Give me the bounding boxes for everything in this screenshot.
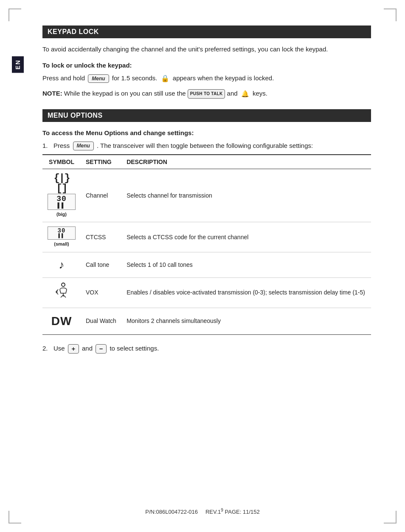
plus-button[interactable]: + [68,344,79,354]
symbol-ctcss-label: (small) [48,241,76,248]
note-content: While the keypad is on you can still use… [64,90,186,97]
minus-button[interactable]: − [96,344,107,354]
setting-channel: Channel [81,169,121,222]
table-row: DW Dual Watch Monitors 2 channels simult… [42,308,371,334]
table-header-symbol: SYMBOL [42,155,81,169]
symbol-vox [42,277,81,308]
rev-label: REV.1 [205,509,221,515]
vox-icon [54,282,69,301]
step-1-content: Press Menu . The transceiver will then t… [53,141,371,151]
step1-prefix: Press [53,142,70,149]
note-keys: keys. [253,90,267,97]
lock-icon: 🔒 [161,73,169,84]
push-to-talk-button: PUSH TO TALK [188,89,225,99]
menu-options-subtitle: To access the Menu Options and change se… [42,128,371,138]
symbol-dw: DW [42,308,81,334]
keypad-lock-intro: To avoid accidentally changing the chann… [42,44,371,54]
symbol-channel-label: (big) [48,211,76,218]
step2-and: and [82,345,93,352]
description-call-tone: Selects 1 of 10 call tones [121,252,371,277]
page-number: PAGE: 11/152 [225,509,260,515]
svg-point-0 [62,283,65,286]
symbol-call-tone: ♪ [42,252,81,277]
dw-icon: DW [48,312,76,330]
press-hold-prefix: Press and hold [42,74,85,82]
table-row: {|}[] 3​0 ▌▌ (big) Channel Selects chann… [42,169,371,222]
settings-table: SYMBOL SETTING DESCRIPTION {|}[] 3​0 [42,154,371,335]
table-header-setting: SETTING [81,155,121,169]
step-1-number: 1. [42,141,53,151]
press-hold-suffix: appears when the keypad is locked. [173,74,274,82]
step-2-number: 2. [42,343,53,354]
step-2-content: Use + and − to select settings. [53,343,371,354]
setting-call-tone: Call tone [81,252,121,277]
press-hold-middle: for 1.5 seconds. [112,74,158,82]
step1-suffix: . The transceiver will then toggle betwe… [97,142,313,149]
step2-suffix: to select settings. [110,345,159,352]
menu-options-header: MENU OPTIONS [42,109,371,122]
setting-dual-watch: Dual Watch [81,308,121,334]
keypad-lock-title: KEYPAD LOCK [48,28,99,35]
symbol-ctcss: 3​0 ▌▌ (small) [42,222,81,252]
lock-unlock-label: To lock or unlock the keypad: [42,60,371,71]
description-ctcss: Selects a CTCSS code for the current cha… [121,222,371,252]
table-row: ♪ Call tone Selects 1 of 10 call tones [42,252,371,277]
rev-superscript: 9 [221,508,223,512]
menu-button-step1[interactable]: Menu [73,141,94,150]
bell-icon: 🔔 [241,89,249,99]
description-dual-watch: Monitors 2 channels simultaneously [121,308,371,334]
step-2-item: 2. Use + and − to select settings. [42,343,371,354]
keypad-lock-header: KEYPAD LOCK [42,25,371,38]
step-1-item: 1. Press Menu . The transceiver will the… [42,141,371,151]
step2-prefix: Use [53,345,65,352]
symbol-channel: {|}[] 3​0 ▌▌ (big) [42,169,81,222]
music-note-icon: ♪ [48,257,76,273]
svg-line-3 [63,295,66,297]
description-vox: Enables / disables voice-activated trans… [121,277,371,308]
setting-ctcss: CTCSS [81,222,121,252]
table-row: VOX Enables / disables voice-activated t… [42,277,371,308]
menu-button-inline[interactable]: Menu [88,74,109,83]
part-number: P/N:086L004722-016 [145,509,198,515]
table-header-description: DESCRIPTION [121,155,371,169]
svg-line-2 [61,295,63,297]
page-footer: P/N:086L004722-016 REV.19 PAGE: 11/152 [0,508,405,515]
note-label: NOTE: [42,90,62,97]
note-paragraph: NOTE: While the keypad is on you can sti… [42,88,371,99]
description-channel: Selects channel for transmission [121,169,371,222]
setting-vox: VOX [81,277,121,308]
note-and: and [227,90,239,97]
press-hold-instruction: Press and hold Menu for 1.5 seconds. 🔒 a… [42,73,371,84]
menu-options-title: MENU OPTIONS [48,112,103,119]
table-row: 3​0 ▌▌ (small) CTCSS Selects a CTCSS cod… [42,222,371,252]
